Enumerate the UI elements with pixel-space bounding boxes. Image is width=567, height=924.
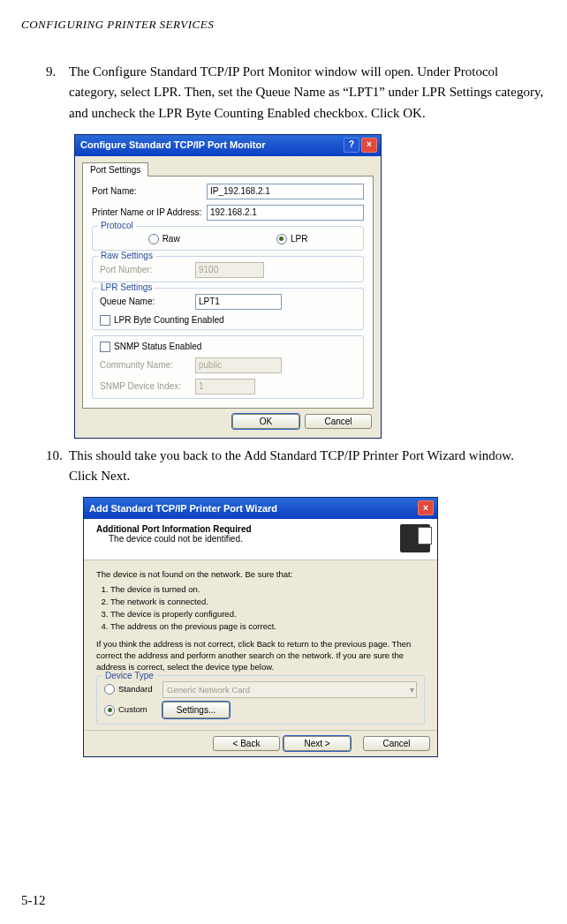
page-number: 5-12: [21, 893, 46, 908]
ok-button[interactable]: OK: [232, 414, 299, 429]
snmp-index-label: SNMP Device Index:: [100, 381, 195, 391]
protocol-raw-radio[interactable]: Raw: [148, 234, 180, 244]
wizard-head-sub: The device could not be identified.: [109, 534, 397, 544]
radio-icon: [104, 684, 115, 695]
step-number: 10.: [46, 446, 69, 487]
step-10: 10. This should take you back to the Add…: [46, 446, 546, 487]
community-name-input: public: [195, 357, 282, 373]
port-number-label: Port Number:: [100, 265, 195, 274]
step-text: The Configure Standard TCP/IP Port Monit…: [69, 62, 546, 124]
list-item: The network is connected.: [110, 597, 425, 608]
raw-settings-group-label: Raw Settings: [98, 251, 155, 260]
settings-button[interactable]: Settings...: [163, 702, 230, 719]
protocol-group-label: Protocol: [98, 221, 136, 230]
custom-radio[interactable]: Custom: [104, 704, 157, 716]
community-name-label: Community Name:: [100, 360, 195, 370]
radio-label: Custom: [118, 704, 147, 716]
printer-icon: [400, 524, 430, 552]
radio-icon: [276, 234, 287, 244]
standard-radio[interactable]: Standard: [104, 684, 157, 695]
port-name-input[interactable]: IP_192.168.2.1: [207, 184, 364, 199]
wizard-head: Additional Port Information Required The…: [84, 519, 437, 560]
wizard-head-title: Additional Port Information Required: [96, 524, 397, 534]
ip-address-input[interactable]: 192.168.2.1: [207, 205, 364, 221]
back-button[interactable]: < Back: [213, 736, 280, 751]
dialog-title: Configure Standard TCP/IP Port Monitor: [80, 139, 342, 150]
radio-label: Raw: [163, 234, 180, 244]
snmp-index-input: 1: [195, 379, 255, 394]
cancel-button[interactable]: Cancel: [305, 414, 372, 429]
radio-icon: [104, 705, 115, 716]
radio-label: Standard: [118, 684, 153, 695]
printer-port-wizard-dialog: Add Standard TCP/IP Printer Port Wizard …: [83, 497, 438, 757]
cancel-button[interactable]: Cancel: [363, 736, 430, 751]
close-icon[interactable]: ×: [361, 138, 377, 153]
port-number-input: 9100: [195, 262, 264, 278]
queue-name-label: Queue Name:: [100, 297, 195, 306]
ip-address-label: Printer Name or IP Address:: [92, 207, 207, 217]
protocol-lpr-radio[interactable]: LPR: [276, 234, 307, 244]
standard-select: Generic Network Card: [163, 681, 417, 698]
dialog-title: Add Standard TCP/IP Printer Port Wizard: [89, 503, 416, 514]
list-item: The device is properly configured.: [110, 609, 425, 620]
step-9: 9. The Configure Standard TCP/IP Port Mo…: [46, 62, 546, 124]
lpr-byte-label: LPR Byte Counting Enabled: [114, 315, 224, 325]
wizard-intro: The device is not found on the network. …: [96, 569, 425, 581]
help-icon[interactable]: ?: [344, 138, 359, 153]
port-name-label: Port Name:: [92, 186, 207, 196]
dialog-titlebar[interactable]: Configure Standard TCP/IP Port Monitor ?…: [75, 135, 381, 156]
list-item: The address on the previous page is corr…: [110, 621, 425, 633]
lpr-byte-checkbox[interactable]: [100, 315, 110, 326]
lpr-settings-group-label: LPR Settings: [98, 282, 155, 292]
device-type-group-label: Device Type: [102, 670, 156, 682]
wizard-checklist: The device is turned on. The network is …: [96, 584, 425, 632]
list-item: The device is turned on.: [110, 584, 425, 596]
step-number: 9.: [46, 62, 69, 124]
next-button[interactable]: Next >: [284, 736, 351, 751]
tab-port-settings[interactable]: Port Settings: [82, 162, 148, 177]
dialog-titlebar[interactable]: Add Standard TCP/IP Printer Port Wizard …: [84, 498, 437, 519]
step-text: This should take you back to the Add Sta…: [69, 446, 546, 487]
close-icon[interactable]: ×: [418, 500, 434, 515]
radio-icon: [148, 234, 159, 244]
snmp-label: SNMP Status Enabled: [114, 342, 201, 351]
configure-port-dialog: Configure Standard TCP/IP Port Monitor ?…: [74, 134, 382, 439]
queue-name-input[interactable]: LPT1: [195, 294, 282, 310]
radio-label: LPR: [291, 234, 307, 244]
running-head: CONFIGURING PRINTER SERVICES: [21, 18, 546, 32]
wizard-paragraph: If you think the address is not correct,…: [96, 639, 425, 672]
snmp-checkbox[interactable]: [100, 342, 110, 352]
